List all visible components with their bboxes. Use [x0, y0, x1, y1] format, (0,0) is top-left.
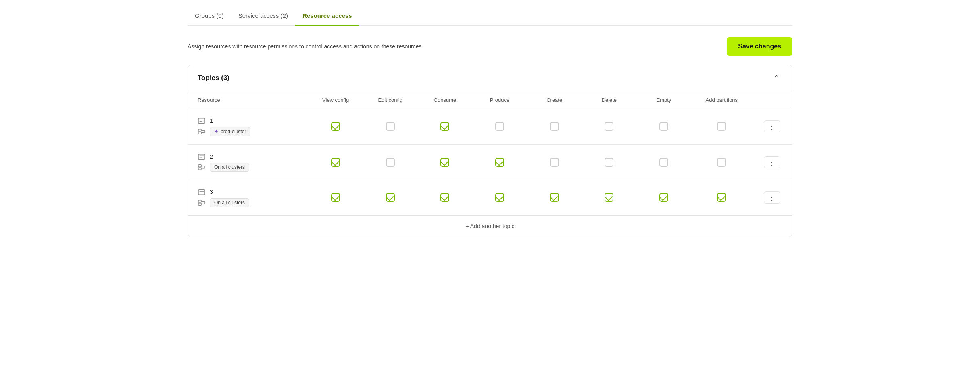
topics-section: Topics (3) ⌃ Resource View config Edit c… [188, 65, 792, 237]
svg-rect-19 [198, 200, 201, 202]
checkbox-edit_config-2[interactable] [386, 158, 395, 167]
checkbox-produce-3[interactable] [495, 193, 504, 202]
section-title: Topics (3) [198, 74, 229, 82]
checkbox-add_partitions-1[interactable] [717, 122, 726, 131]
perm-consume-row-3 [418, 180, 473, 215]
checkbox-produce-1[interactable] [495, 122, 504, 131]
table-row: 3 On all clusters [188, 180, 792, 215]
tabs-bar: Groups (0) Service access (2) Resource a… [188, 0, 792, 26]
cluster-icon [198, 199, 206, 206]
svg-rect-5 [202, 130, 205, 132]
perm-delete-row-2 [582, 145, 637, 180]
cluster-badge: On all clusters [210, 163, 249, 172]
col-view-config: View config [308, 91, 363, 109]
svg-rect-16 [198, 189, 205, 195]
col-delete: Delete [582, 91, 637, 109]
perm-delete-row-1 [582, 109, 637, 145]
col-resource: Resource [188, 91, 308, 109]
add-topic-button[interactable]: + Add another topic [188, 215, 792, 237]
resource-name: 3 [210, 189, 213, 195]
cluster-icon [198, 164, 206, 171]
checkbox-consume-3[interactable] [440, 193, 449, 202]
checkbox-create-3[interactable] [550, 193, 559, 202]
resource-name: 1 [210, 118, 213, 124]
resource-cell-1: 1 ✦ prod-cluster [188, 109, 308, 145]
perm-add_partitions-row-2 [691, 145, 752, 180]
checkbox-edit_config-1[interactable] [386, 122, 395, 131]
perm-add_partitions-row-3 [691, 180, 752, 215]
table-header-row: Resource View config Edit config Consume… [188, 91, 792, 109]
checkbox-consume-2[interactable] [440, 158, 449, 167]
svg-rect-13 [202, 166, 205, 168]
col-add-partitions: Add partitions [691, 91, 752, 109]
page-description: Assign resources with resource permissio… [188, 43, 423, 50]
more-button-3[interactable]: ⋮ [764, 191, 780, 204]
svg-rect-4 [198, 132, 201, 134]
checkbox-create-2[interactable] [550, 158, 559, 167]
perm-view_config-row-2 [308, 145, 363, 180]
checkbox-add_partitions-3[interactable] [717, 193, 726, 202]
perm-produce-row-2 [472, 145, 527, 180]
checkbox-view_config-2[interactable] [331, 158, 340, 167]
tab-service-access[interactable]: Service access (2) [231, 8, 295, 26]
checkbox-delete-3[interactable] [605, 193, 613, 202]
svg-rect-21 [202, 201, 205, 204]
topic-icon [198, 153, 206, 160]
more-actions-row-3: ⋮ [752, 180, 792, 215]
cluster-badge: On all clusters [210, 198, 249, 207]
perm-empty-row-3 [636, 180, 691, 215]
checkbox-empty-3[interactable] [659, 193, 668, 202]
perm-edit_config-row-1 [363, 109, 418, 145]
checkbox-edit_config-3[interactable] [386, 193, 395, 202]
perm-create-row-1 [527, 109, 582, 145]
col-actions [752, 91, 792, 109]
collapse-button[interactable]: ⌃ [771, 72, 782, 84]
tab-groups[interactable]: Groups (0) [188, 8, 231, 26]
perm-produce-row-3 [472, 180, 527, 215]
perm-view_config-row-3 [308, 180, 363, 215]
tab-resource-access[interactable]: Resource access [295, 8, 359, 26]
more-button-2[interactable]: ⋮ [764, 156, 780, 168]
perm-consume-row-1 [418, 109, 473, 145]
perm-produce-row-1 [472, 109, 527, 145]
resource-cell-3: 3 On all clusters [188, 180, 308, 215]
perm-edit_config-row-2 [363, 145, 418, 180]
save-button[interactable]: Save changes [727, 37, 792, 56]
svg-rect-0 [198, 118, 205, 124]
checkbox-empty-1[interactable] [659, 122, 668, 131]
checkbox-delete-1[interactable] [605, 122, 613, 131]
col-consume: Consume [418, 91, 473, 109]
section-header: Topics (3) ⌃ [188, 65, 792, 91]
svg-rect-8 [198, 154, 205, 160]
perm-consume-row-2 [418, 145, 473, 180]
checkbox-view_config-1[interactable] [331, 122, 340, 131]
perm-delete-row-3 [582, 180, 637, 215]
more-actions-row-2: ⋮ [752, 145, 792, 180]
perm-empty-row-2 [636, 145, 691, 180]
perm-create-row-3 [527, 180, 582, 215]
table-row: 1 ✦ prod-cluster [188, 109, 792, 145]
topic-icon [198, 117, 206, 125]
checkbox-produce-2[interactable] [495, 158, 504, 167]
perm-edit_config-row-3 [363, 180, 418, 215]
cluster-icon [198, 128, 206, 135]
checkbox-empty-2[interactable] [659, 158, 668, 167]
checkbox-delete-2[interactable] [605, 158, 613, 167]
checkbox-consume-1[interactable] [440, 122, 449, 131]
checkbox-add_partitions-2[interactable] [717, 158, 726, 167]
col-edit-config: Edit config [363, 91, 418, 109]
svg-rect-11 [198, 165, 201, 167]
table-row: 2 On all clusters [188, 145, 792, 180]
more-button-1[interactable]: ⋮ [764, 120, 780, 132]
header-row: Assign resources with resource permissio… [188, 26, 792, 65]
col-create: Create [527, 91, 582, 109]
topic-icon [198, 188, 206, 196]
checkbox-create-1[interactable] [550, 122, 559, 131]
resource-table: Resource View config Edit config Consume… [188, 91, 792, 215]
perm-create-row-2 [527, 145, 582, 180]
cluster-badge: ✦ prod-cluster [210, 127, 250, 136]
col-produce: Produce [472, 91, 527, 109]
resource-name: 2 [210, 153, 213, 160]
resource-cell-2: 2 On all clusters [188, 145, 308, 180]
checkbox-view_config-3[interactable] [331, 193, 340, 202]
